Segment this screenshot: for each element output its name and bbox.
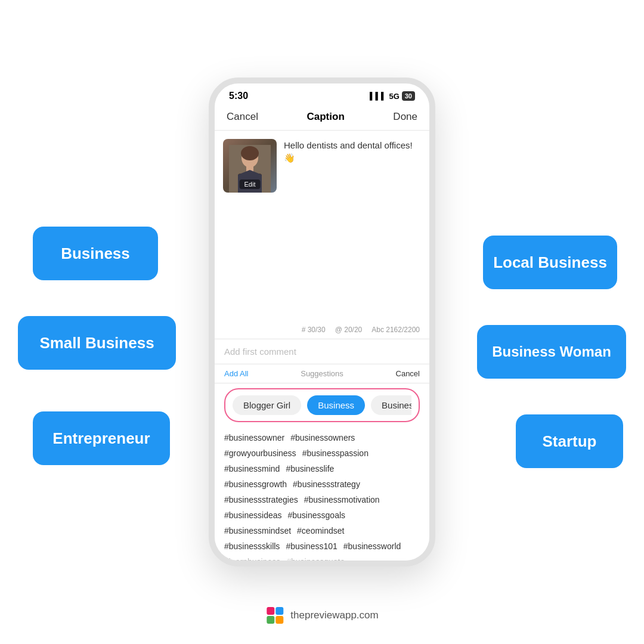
hashtag-learnbusiness[interactable]: #learnbusiness xyxy=(224,557,280,561)
floating-tag-entrepreneur[interactable]: Entrepreneur xyxy=(33,411,170,465)
caption-header: Cancel Caption Done xyxy=(215,106,429,131)
svg-rect-7 xyxy=(275,607,283,615)
hashtag-suggestion-bar: Add All Suggestions Cancel xyxy=(215,364,429,383)
caption-area: Edit Hello dentists and dental offices! … xyxy=(215,131,429,201)
hashtag-row-8: #businessskills #business101 #businesswo… xyxy=(224,541,420,551)
hashtag-row-6: #businessideas #businessgoals xyxy=(224,510,420,520)
hashtag-businessworld[interactable]: #businessworld xyxy=(343,541,401,551)
hashtag-businessstrategy[interactable]: #businessstrategy xyxy=(293,479,360,489)
status-right: ▌▌▌ 5G 30 xyxy=(370,91,415,101)
suggestion-label: Suggestions xyxy=(301,369,343,378)
chip-business[interactable]: Business xyxy=(307,395,365,415)
floating-tag-business[interactable]: Business xyxy=(33,227,158,280)
hashtags-list: #businessowner #businessowners #growyour… xyxy=(215,427,429,561)
hashtag-businessgrowth[interactable]: #businessgrowth xyxy=(224,479,287,489)
category-chips-wrapper: Blogger Girl Business Business Coach Bus… xyxy=(224,388,420,422)
caption-stats: # 30/30 @ 20/20 Abc 2162/2200 xyxy=(215,323,429,339)
hashtag-row-5: #businessstrategies #businessmotivation xyxy=(224,495,420,504)
edit-label[interactable]: Edit xyxy=(240,179,261,189)
hashtag-count: # 30/30 xyxy=(302,326,326,334)
hashtag-businessgoals[interactable]: #businessgoals xyxy=(288,510,346,520)
svg-rect-9 xyxy=(275,616,283,624)
hashtag-businessowners[interactable]: #businessowners xyxy=(290,433,355,442)
cancel-suggestion[interactable]: Cancel xyxy=(396,369,420,378)
hashtag-row-4: #businessgrowth #businessstrategy xyxy=(224,479,420,489)
floating-tag-local-business[interactable]: Local Business xyxy=(483,236,617,289)
signal-icon: ▌▌▌ xyxy=(370,92,387,100)
add-all-label[interactable]: Add All xyxy=(224,369,248,378)
bottom-logo: thepreviewapp.com xyxy=(265,606,378,625)
phone-mockup: 5:30 ▌▌▌ 5G 30 Cancel Caption Done xyxy=(209,78,435,566)
hashtag-business101[interactable]: #business101 xyxy=(286,541,337,551)
hashtag-businessstrategies[interactable]: #businessstrategies xyxy=(224,495,298,504)
time-display: 5:30 xyxy=(229,91,248,101)
floating-tag-business-woman[interactable]: Business Woman xyxy=(477,325,626,379)
page-title: Caption xyxy=(307,111,345,123)
network-label: 5G xyxy=(389,92,399,101)
done-button[interactable]: Done xyxy=(393,111,417,123)
hashtag-ceomindset[interactable]: #ceomindset xyxy=(297,526,344,535)
cancel-button[interactable]: Cancel xyxy=(227,111,258,123)
mention-count: @ 20/20 xyxy=(335,326,363,334)
hashtag-businessquote[interactable]: #businessquote xyxy=(286,557,345,561)
char-count: Abc 2162/2200 xyxy=(371,326,420,334)
hashtag-row-9: #learnbusiness #businessquote xyxy=(224,557,420,561)
battery-badge: 30 xyxy=(402,91,415,101)
hashtag-businessmindset[interactable]: #businessmindset xyxy=(224,526,291,535)
hashtag-businesslife[interactable]: #businesslife xyxy=(286,464,334,473)
category-chips-row: Blogger Girl Business Business Coach Bus… xyxy=(233,395,411,415)
hashtag-businesspassion[interactable]: #businesspassion xyxy=(302,448,369,458)
logo-text: thepreviewapp.com xyxy=(290,609,378,621)
hashtag-businessideas[interactable]: #businessideas xyxy=(224,510,282,520)
hashtag-businessmotivation[interactable]: #businessmotivation xyxy=(304,495,380,504)
floating-tag-startup[interactable]: Startup xyxy=(516,414,623,468)
hashtag-businessowner[interactable]: #businessowner xyxy=(224,433,284,442)
svg-point-2 xyxy=(241,146,259,160)
add-comment-field[interactable]: Add first comment xyxy=(215,339,429,364)
app-logo-icon xyxy=(265,606,284,625)
svg-rect-8 xyxy=(267,616,274,624)
hashtag-row-1: #businessowner #businessowners xyxy=(224,433,420,442)
chip-blogger-girl[interactable]: Blogger Girl xyxy=(233,395,301,415)
chip-business-coach[interactable]: Business Coach xyxy=(371,395,411,415)
caption-text[interactable]: Hello dentists and dental offices! 👋 xyxy=(284,139,421,193)
hashtag-businessskills[interactable]: #businessskills xyxy=(224,541,280,551)
hashtag-growyourbusiness[interactable]: #growyourbusiness xyxy=(224,448,296,458)
hashtag-row-3: #businessmind #businesslife xyxy=(224,464,420,473)
status-bar: 5:30 ▌▌▌ 5G 30 xyxy=(215,83,429,106)
hashtag-row-2: #growyourbusiness #businesspassion xyxy=(224,448,420,458)
floating-tag-small-business[interactable]: Small Business xyxy=(18,316,176,370)
hashtag-businessmind[interactable]: #businessmind xyxy=(224,464,280,473)
caption-thumbnail[interactable]: Edit xyxy=(223,139,277,193)
hashtag-row-7: #businessmindset #ceomindset xyxy=(224,526,420,535)
svg-rect-6 xyxy=(267,607,274,615)
caption-spacer xyxy=(215,201,429,323)
